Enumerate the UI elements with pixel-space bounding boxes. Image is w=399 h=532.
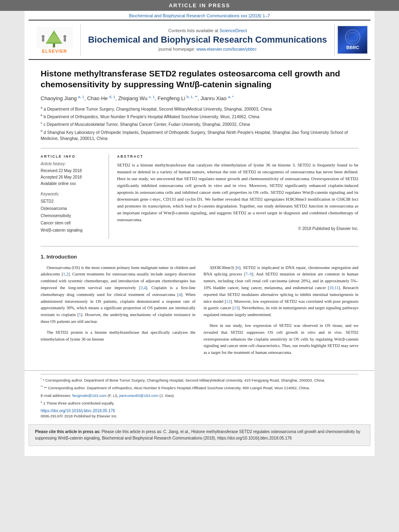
article-info-panel: ARTICLE INFO Article history: Received 2… bbox=[41, 154, 109, 239]
citation-box: Please cite this article in press as: Pl… bbox=[29, 424, 370, 446]
journal-title: Biochemical and Biophysical Research Com… bbox=[88, 35, 327, 45]
article-info-abstract-section: ARTICLE INFO Article history: Received 2… bbox=[41, 148, 358, 239]
keywords-label: Keywords: bbox=[41, 192, 103, 196]
article-content: Histone methyltransferase SETD2 regulate… bbox=[25, 60, 374, 368]
svg-text:BBRC: BBRC bbox=[346, 45, 359, 50]
email-link-1[interactable]: fengmale@163.com bbox=[72, 393, 107, 398]
abstract-panel: ABSTRACT SETD2 is a histone methyltransf… bbox=[117, 154, 358, 239]
article-in-press-banner: ARTICLE IN PRESS bbox=[0, 0, 399, 11]
article-info-label: ARTICLE INFO bbox=[41, 154, 103, 158]
intro-para-1: Osteosarcoma (OS) is the most common pri… bbox=[41, 265, 195, 325]
intro-heading: 1. Introduction bbox=[41, 254, 358, 260]
intro-left-col: Osteosarcoma (OS) is the most common pri… bbox=[41, 265, 195, 360]
elsevier-text: ELSEVIER bbox=[42, 49, 67, 53]
article-title: Histone methyltransferase SETD2 regulate… bbox=[41, 68, 358, 90]
svg-rect-5 bbox=[42, 38, 44, 41]
journal-reference: Biochemical and Biophysical Research Com… bbox=[25, 11, 374, 20]
issn-line: 0006-291X/© 2018 Published by Elsevier I… bbox=[41, 414, 358, 418]
journal-header: ELSEVIER Contents lists available at Sci… bbox=[29, 20, 370, 60]
keywords-section: Keywords: SETD2 Osteosarcoma Chemosensit… bbox=[41, 192, 103, 234]
homepage-link[interactable]: www.elsevier.com/locate/ybbrc bbox=[196, 47, 257, 51]
intro-para-4: Here in our study, low expression of SET… bbox=[204, 322, 358, 356]
footnote-star2: ** ** Corresponding author. Department o… bbox=[41, 384, 358, 391]
email-link-2[interactable]: jianruxiao83@163.com bbox=[119, 393, 158, 398]
keywords-list: SETD2 Osteosarcoma Chemosensitivity Canc… bbox=[41, 198, 103, 234]
doi-link[interactable]: https://doi.org/10.1016/j.bbrc.2018.05.1… bbox=[41, 409, 358, 413]
intro-right-col: 3(H3K36me3) [6]. SETD2 is implicated in … bbox=[204, 265, 358, 360]
science-direct-link[interactable]: ScienceDirect bbox=[220, 28, 247, 33]
introduction-columns: Osteosarcoma (OS) is the most common pri… bbox=[41, 265, 358, 360]
svg-point-4 bbox=[41, 35, 44, 38]
received-date: Received 22 May 2018 bbox=[41, 168, 103, 174]
affiliations: a a Department of Bone Tumor Surgery, Ch… bbox=[41, 105, 358, 142]
journal-homepage: journal homepage: www.elsevier.com/locat… bbox=[158, 47, 257, 51]
svg-rect-7 bbox=[64, 38, 66, 41]
science-direct-line: Contents lists available at ScienceDirec… bbox=[168, 28, 247, 33]
bbrc-logo: BBRC bbox=[334, 24, 370, 56]
copyright-notice: © 2018 Published by Elsevier Inc. bbox=[117, 226, 358, 231]
article-history: Article history: Received 22 May 2018 Ac… bbox=[41, 162, 103, 187]
authors-line: Chaoying Jiang a, 1, Chao He d, 1, Zhiqi… bbox=[41, 95, 358, 101]
intro-para-3: 3(H3K36me3) [6]. SETD2 is implicated in … bbox=[204, 265, 358, 318]
footnote-equal-contrib: 1 1 These three authors contributed equa… bbox=[41, 400, 358, 406]
accepted-date: Accepted 26 May 2018 bbox=[41, 174, 103, 181]
section-divider bbox=[41, 246, 358, 246]
history-label: Article history: bbox=[41, 162, 103, 166]
journal-center: Contents lists available at ScienceDirec… bbox=[81, 24, 334, 56]
svg-point-6 bbox=[63, 35, 66, 38]
available-online: Available online xxx bbox=[41, 181, 103, 187]
footnote-email: E-mail addresses: fengmale@163.com (F. L… bbox=[41, 392, 358, 398]
footnote-star1: * * Corresponding author. Department of … bbox=[41, 377, 358, 383]
intro-para-2: The SETD2 protein is a histone methyltra… bbox=[41, 329, 195, 343]
footer-notes: * * Corresponding author. Department of … bbox=[25, 370, 374, 418]
elsevier-logo: ELSEVIER bbox=[29, 24, 81, 56]
abstract-label: ABSTRACT bbox=[117, 154, 358, 158]
abstract-text: SETD2 is a histone methyltransferase tha… bbox=[117, 162, 358, 223]
